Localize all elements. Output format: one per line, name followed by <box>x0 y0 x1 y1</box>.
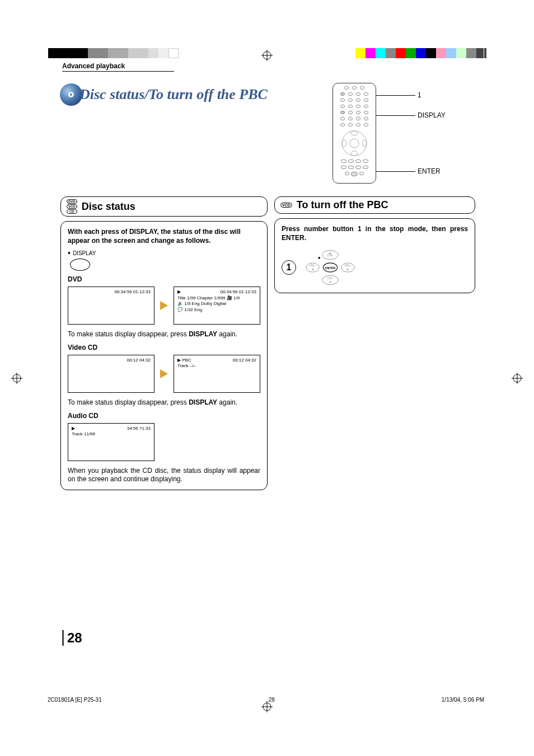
callout-display: DISPLAY <box>418 111 446 119</box>
callout-one: 1 <box>418 91 421 99</box>
acd-label: Audio CD <box>68 412 260 420</box>
svg-text:◄: ◄ <box>311 267 314 271</box>
footer-right: 1/13/04, 5:06 PM <box>442 697 484 703</box>
right-column: VCD To turn off the PBC Press number but… <box>274 196 475 490</box>
pbc-box: Press number button 1 in the stop mode, … <box>274 218 475 293</box>
callout-enter: ENTER <box>418 167 441 175</box>
svg-text:▼: ▼ <box>329 280 331 284</box>
arrow-right-icon <box>160 369 168 378</box>
svg-point-13 <box>350 139 359 148</box>
svg-text:CH–: CH– <box>327 276 334 280</box>
badge-cd: CD <box>67 209 77 214</box>
section-header: Advanced playback <box>62 62 174 72</box>
badge-vcd-pbc: VCD <box>280 203 292 208</box>
printer-marks-top <box>0 22 534 39</box>
disc-status-box: With each press of DISPLAY, the status o… <box>60 221 268 490</box>
title-block: Disc status/To turn off the PBC <box>59 83 268 106</box>
page-number: 28 <box>62 630 82 646</box>
pbc-header: VCD To turn off the PBC <box>274 196 475 214</box>
columns: DVD VCD CD Disc status With each press o… <box>60 196 475 490</box>
page-content: Advanced playback Disc status/To turn of… <box>48 48 484 713</box>
registration-mark-bottom-icon <box>261 701 273 712</box>
dvd-osd-1: 00:34:56 01:12:33 <box>68 287 154 325</box>
badge-dvd: DVD <box>67 199 77 204</box>
dvd-note: To make status display disappear, press … <box>68 330 260 339</box>
svg-point-11 <box>70 93 72 96</box>
pbc-step-row: 1 CH+ ▲ CH– ▼ VOL– ◄ VOL+ ► <box>282 248 468 287</box>
vcd-label: Video CD <box>68 344 260 351</box>
pbc-title: To turn off the PBC <box>297 199 388 211</box>
remote-diagram: 1 DISPLAY ENTER <box>327 83 472 186</box>
vcd-osd-row: 00:12 04:32 ▶ PBC 00:12 04:32 Track –/– <box>68 355 260 393</box>
disc-status-header: DVD VCD CD Disc status <box>60 196 268 217</box>
registration-mark-left-icon <box>11 373 22 384</box>
svg-point-14 <box>351 131 358 135</box>
svg-point-15 <box>351 151 358 156</box>
vcd-osd-1: 00:12 04:32 <box>68 355 154 393</box>
dvd-osd-2: ▶ 00:34:56 01:12:33 Title 1/99 Chapter 1… <box>174 287 260 325</box>
page-title: Disc status/To turn off the PBC <box>79 86 268 103</box>
svg-text:►: ► <box>346 267 349 271</box>
intro-text: With each press of DISPLAY, the status o… <box>68 227 260 245</box>
acd-osd: ▶ 34:56 71:33 Track 11/99 <box>68 423 154 461</box>
acd-osd-row: ▶ 34:56 71:33 Track 11/99 <box>68 423 260 461</box>
registration-mark-right-icon <box>512 373 523 384</box>
svg-point-16 <box>342 140 346 147</box>
vcd-note: To make status display disappear, press … <box>68 398 260 407</box>
remote-body <box>332 83 376 184</box>
svg-text:ENTER: ENTER <box>325 266 335 270</box>
badge-vcd: VCD <box>67 204 77 209</box>
display-bullet: • DISPLAY <box>68 248 260 257</box>
format-badges: DVD VCD CD <box>67 199 77 214</box>
left-column: DVD VCD CD Disc status With each press o… <box>60 196 268 490</box>
svg-text:▲: ▲ <box>329 251 331 255</box>
svg-text:VOL+: VOL+ <box>345 265 352 267</box>
dpad-icon: CH+ ▲ CH– ▼ VOL– ◄ VOL+ ► ENTER <box>305 248 355 287</box>
step-number: 1 <box>282 260 296 275</box>
footer-left: 2C01801A [E] P25-31 <box>48 697 102 703</box>
svg-point-17 <box>362 140 367 147</box>
acd-note: When you playback the CD disc, the statu… <box>68 467 260 484</box>
pbc-instruction: Press number button 1 in the stop mode, … <box>282 224 468 242</box>
dvd-osd-row: 00:34:56 01:12:33 ▶ 00:34:56 01:12:33 Ti… <box>68 287 260 325</box>
svg-text:VOL–: VOL– <box>310 265 316 267</box>
disc-status-title: Disc status <box>82 201 135 213</box>
arrow-right-icon <box>160 301 168 310</box>
vcd-osd-2: ▶ PBC 00:12 04:32 Track –/– <box>174 355 260 393</box>
display-button-icon <box>70 259 90 271</box>
svg-point-12 <box>342 131 367 156</box>
title-row: Disc status/To turn off the PBC <box>59 83 484 186</box>
display-label: DISPLAY <box>73 250 96 256</box>
svg-point-32 <box>318 257 320 259</box>
dvd-label: DVD <box>68 275 260 283</box>
